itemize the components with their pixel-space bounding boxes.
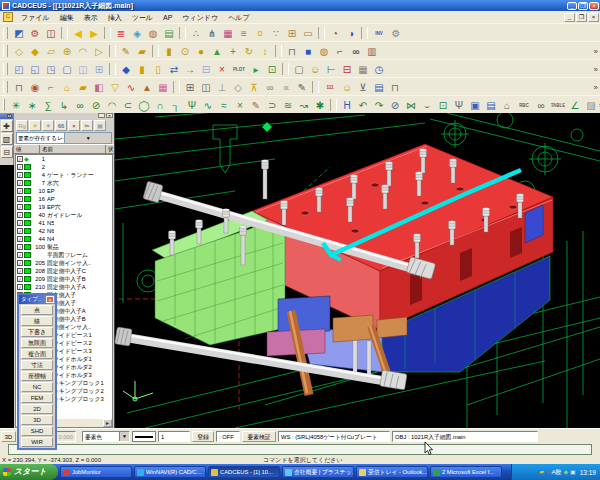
menu-item-挿入[interactable]: 挿入 — [103, 12, 127, 23]
solid-move-icon[interactable]: + — [225, 44, 241, 59]
patch-surface-icon[interactable]: ▰ — [134, 44, 150, 59]
model-b-icon[interactable]: ▯ — [150, 62, 166, 77]
flip-surface-icon[interactable]: ▷ — [91, 44, 107, 59]
viewport-3d[interactable] — [115, 113, 600, 428]
toolbar-overflow-chevron[interactable]: » — [594, 65, 598, 74]
smile-arc-icon[interactable]: ⌣ — [419, 98, 435, 113]
open-curve-icon[interactable]: ⊂ — [120, 98, 136, 113]
hatch-icon[interactable]: ▨ — [583, 98, 599, 113]
view-cube-icon[interactable]: ◆ — [118, 62, 134, 77]
type-button-FEM[interactable]: FEM — [21, 393, 53, 403]
taskbar-task[interactable]: CADCEUS - [1] 10... — [208, 466, 280, 478]
register-button[interactable]: 登録 — [192, 431, 214, 442]
export-icon[interactable]: ⊡ — [264, 62, 280, 77]
house2-icon[interactable]: ⌂ — [499, 98, 515, 113]
layer-color-swatch[interactable] — [24, 172, 31, 178]
binoculars-icon[interactable]: ∞ — [348, 44, 364, 59]
view-glasses-button[interactable]: 66 — [55, 120, 67, 131]
o-joint-icon[interactable]: ∞ — [262, 80, 278, 95]
quad-view-icon[interactable]: ⊞ — [91, 62, 107, 77]
menu-item-AP[interactable]: AP — [158, 12, 177, 23]
layer-row[interactable]: ✓16AP — [16, 195, 112, 203]
circle-slash-icon[interactable]: ⊘ — [387, 98, 403, 113]
layer-row[interactable]: ✓◆1 — [16, 155, 112, 163]
circle-cut-icon[interactable]: ⊘ — [88, 98, 104, 113]
layer-color-swatch[interactable] — [24, 164, 31, 170]
branch2-icon[interactable]: Ψ — [451, 98, 467, 113]
layer-row[interactable]: ✓40ガイドレール — [16, 211, 112, 219]
press-icon[interactable]: ⊓ — [11, 80, 27, 95]
layer-row[interactable]: ✓10EP — [16, 187, 112, 195]
minimize-button[interactable]: _ — [567, 2, 577, 10]
tray-display-icon[interactable]: ▣ — [570, 464, 576, 480]
sigma-curve-icon[interactable]: ∑ — [40, 98, 56, 113]
assembly-icon[interactable]: ⚙ — [27, 26, 43, 41]
layer-row[interactable]: ✓41N5 — [16, 219, 112, 227]
command-input[interactable] — [8, 444, 592, 455]
table-label-icon[interactable]: TABLE — [549, 98, 567, 113]
blue-cube-icon[interactable]: ■ — [300, 44, 316, 59]
collapse-tree-button[interactable]: ⊟ — [1, 146, 13, 158]
mesh-curve-icon[interactable]: ◍ — [145, 26, 161, 41]
wave-curve-icon[interactable]: ∿ — [200, 98, 216, 113]
taskbar-task[interactable]: 2 Microsoft Excel f... — [430, 466, 502, 478]
layer-visibility-checkbox[interactable]: ✓ — [17, 260, 23, 266]
layer-color-swatch[interactable] — [24, 228, 31, 234]
element-verify-button[interactable]: 要素検証 — [242, 431, 276, 442]
ime-mode-indicator[interactable]: A般 — [551, 464, 561, 480]
palette-icon[interactable]: ▦ — [220, 26, 236, 41]
single-window-icon[interactable]: ▢ — [59, 62, 75, 77]
split-window-icon[interactable]: ◳ — [43, 62, 59, 77]
layer-color-swatch[interactable] — [24, 260, 31, 266]
wave-icon[interactable]: ∿ — [123, 80, 139, 95]
table2-icon[interactable]: ⊞ — [182, 80, 198, 95]
photo-icon[interactable]: ▣ — [467, 98, 483, 113]
type-button-点[interactable]: 点 — [21, 305, 53, 315]
project-curve-icon[interactable]: ↝ — [296, 98, 312, 113]
frame-icon[interactable]: ▭ — [300, 26, 316, 41]
layer-visibility-checkbox[interactable]: ✓ — [17, 244, 23, 250]
star-point-icon[interactable]: ✳ — [8, 98, 24, 113]
branch-curve-icon[interactable]: Ψ — [184, 98, 200, 113]
chevron-down-icon[interactable]: ▼ — [64, 133, 112, 143]
cup-icon[interactable]: ◧ — [91, 80, 107, 95]
layer-filter-dropdown[interactable]: 要素が存在するレイヤ ▼ — [16, 132, 112, 144]
layer-row[interactable]: ✓42N6 — [16, 227, 112, 235]
user-icon[interactable]: ☺ — [307, 62, 323, 77]
child-close-button[interactable]: × — [588, 13, 599, 22]
minus-box-icon[interactable]: ⊟ — [339, 62, 355, 77]
doc-view-icon[interactable]: ⊟ — [198, 62, 214, 77]
type-button-座標軸[interactable]: 座標軸 — [21, 371, 53, 381]
pie-chart-icon[interactable]: ◔ — [327, 26, 343, 41]
tray-net-icon[interactable]: ◆ — [563, 464, 568, 480]
book-icon[interactable]: ▤ — [371, 80, 387, 95]
cut-layer-button[interactable]: ✂ — [81, 120, 93, 131]
house-icon[interactable]: ⌂ — [59, 80, 75, 95]
menu-item-編集[interactable]: 編集 — [55, 12, 79, 23]
layer-visibility-checkbox[interactable]: ✓ — [17, 180, 23, 186]
plate-icon[interactable]: ◇ — [230, 80, 246, 95]
point-surface-icon[interactable]: ◇ — [11, 44, 27, 59]
layer-visibility-checkbox[interactable]: ✓ — [17, 164, 23, 170]
pie-chart2-icon[interactable]: ◑ — [343, 26, 359, 41]
layer-visibility-checkbox[interactable]: ✓ — [17, 252, 23, 258]
document-icon[interactable]: C — [3, 12, 13, 22]
type-button-線[interactable]: 線 — [21, 316, 53, 326]
type-palette-caption[interactable]: タイプ.. × — [19, 295, 55, 304]
tray-alert-icon[interactable]: + — [546, 464, 550, 480]
clamp-icon[interactable]: ⊓ — [284, 44, 300, 59]
type-button-3D[interactable]: 3D — [21, 415, 53, 425]
layer-panel-minimize-icon[interactable]: _ — [98, 113, 105, 118]
inv-label-icon[interactable]: INV — [370, 26, 388, 41]
dims-111-icon[interactable]: 111 — [321, 80, 339, 95]
solid-cone-icon[interactable]: ▲ — [209, 44, 225, 59]
flag-icon[interactable]: ▸ — [248, 62, 264, 77]
layer-color-swatch[interactable] — [24, 204, 31, 210]
layer-color-swatch[interactable] — [24, 196, 31, 202]
truck-icon[interactable]: ▦ — [355, 62, 371, 77]
layer-visibility-checkbox[interactable]: ✓ — [17, 236, 23, 242]
menu-item-表示[interactable]: 表示 — [79, 12, 103, 23]
taskbar-task[interactable]: 受信トレイ - Outlook... — [356, 466, 428, 478]
table-grid-icon[interactable]: ⊞ — [284, 26, 300, 41]
mountain-icon[interactable]: ▲ — [139, 80, 155, 95]
